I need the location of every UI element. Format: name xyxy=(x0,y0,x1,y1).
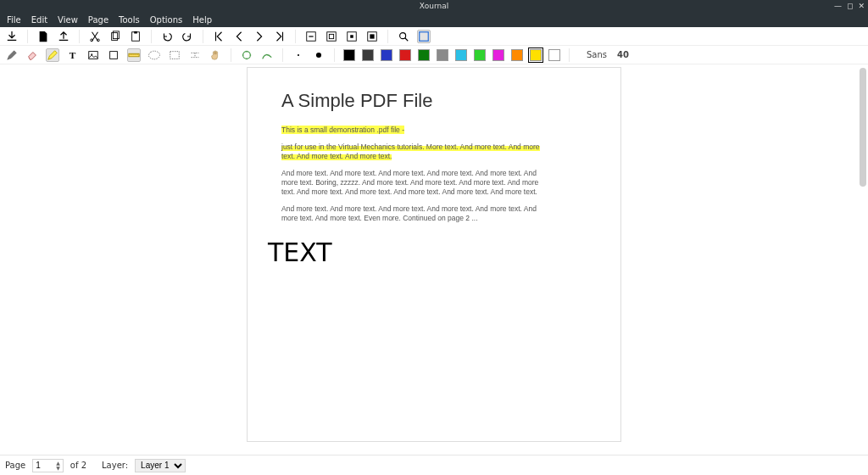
shape-recognizer-icon[interactable] xyxy=(107,48,120,62)
layer-select[interactable]: Layer 1 xyxy=(135,459,186,472)
color-lightblue[interactable] xyxy=(455,49,467,61)
svg-point-22 xyxy=(298,53,299,55)
eraser-tool-icon[interactable] xyxy=(25,48,39,62)
menu-help[interactable]: Help xyxy=(192,15,212,25)
color-blue[interactable] xyxy=(381,49,392,61)
color-darkgreen[interactable] xyxy=(418,49,430,61)
status-bar: Page ▲▼ of 2 Layer: Layer 1 xyxy=(0,455,868,475)
paste-icon[interactable] xyxy=(129,30,142,43)
menu-bar: File Edit View Page Tools Options Help xyxy=(0,12,868,27)
document-paragraph-4: And more text. And more text. And more t… xyxy=(281,204,544,223)
canvas-area[interactable]: A Simple PDF File This is a small demons… xyxy=(0,64,868,455)
pen-tool-icon[interactable] xyxy=(5,48,19,62)
cut-icon[interactable] xyxy=(88,30,102,43)
thickness-med-icon[interactable] xyxy=(312,48,326,62)
fit-page-icon[interactable] xyxy=(325,30,338,43)
text-tool-icon[interactable]: T xyxy=(66,48,80,62)
page-total-label: of 2 xyxy=(70,461,86,470)
toolbar-tools: T Sans 40 xyxy=(0,46,868,64)
thickness-dot-icon[interactable] xyxy=(292,48,305,62)
copy-icon[interactable] xyxy=(108,30,122,43)
first-page-icon[interactable] xyxy=(212,30,225,43)
svg-point-23 xyxy=(316,52,321,57)
svg-rect-7 xyxy=(327,31,337,41)
open-file-icon[interactable] xyxy=(57,30,70,43)
font-size-label[interactable]: 40 xyxy=(617,50,629,59)
last-page-icon[interactable] xyxy=(273,30,287,43)
zoom-in-icon[interactable] xyxy=(365,30,379,43)
document-title: A Simple PDF File xyxy=(281,90,587,112)
text-annotation[interactable]: TEXT xyxy=(268,238,332,267)
page-label: Page xyxy=(5,461,25,470)
color-green[interactable] xyxy=(474,49,486,61)
menu-file[interactable]: File xyxy=(7,15,21,25)
menu-view[interactable]: View xyxy=(58,15,78,25)
color-orange[interactable] xyxy=(511,49,523,61)
layer-label: Layer: xyxy=(102,461,128,470)
close-button[interactable]: ✕ xyxy=(858,2,865,10)
page-number-spinner[interactable]: ▲▼ xyxy=(32,459,64,472)
document-page[interactable]: A Simple PDF File This is a small demons… xyxy=(248,68,620,441)
color-white[interactable] xyxy=(548,49,560,61)
fit-width-icon[interactable] xyxy=(345,30,359,43)
svg-rect-16 xyxy=(89,51,98,59)
svg-rect-10 xyxy=(350,35,353,38)
document-paragraph-1: This is a small demonstration .pdf file … xyxy=(281,126,544,135)
next-page-icon[interactable] xyxy=(253,30,266,43)
menu-options[interactable]: Options xyxy=(150,15,183,25)
find-icon[interactable] xyxy=(397,30,410,43)
color-darkgray[interactable] xyxy=(362,49,374,61)
window-controls: — ◻ ✕ xyxy=(834,2,865,10)
prev-page-icon[interactable] xyxy=(232,30,246,43)
menu-edit[interactable]: Edit xyxy=(31,15,47,25)
minimize-button[interactable]: — xyxy=(834,2,842,10)
document-paragraph-3: And more text. And more text. And more t… xyxy=(281,169,544,197)
menu-page[interactable]: Page xyxy=(88,15,108,25)
svg-point-13 xyxy=(400,32,406,38)
color-black[interactable] xyxy=(343,49,355,61)
svg-text:T: T xyxy=(70,50,76,60)
svg-rect-5 xyxy=(134,31,137,33)
vertical-space-icon[interactable] xyxy=(188,48,202,62)
color-red[interactable] xyxy=(399,49,411,61)
vertical-scrollbar[interactable] xyxy=(860,68,866,187)
font-name-label[interactable]: Sans xyxy=(587,50,607,59)
save-icon[interactable] xyxy=(5,30,19,43)
title-bar: Xournal — ◻ ✕ xyxy=(0,0,868,12)
svg-point-0 xyxy=(91,38,93,41)
new-file-icon[interactable] xyxy=(36,30,50,43)
color-gray[interactable] xyxy=(437,49,448,61)
highlighter-tool-icon[interactable] xyxy=(46,48,59,62)
select-region-icon[interactable] xyxy=(147,48,161,62)
zoom-out-icon[interactable] xyxy=(304,30,318,43)
undo-icon[interactable] xyxy=(160,30,174,43)
fullscreen-icon[interactable] xyxy=(417,30,431,43)
svg-rect-14 xyxy=(420,31,429,41)
default-tool-icon[interactable] xyxy=(240,48,253,62)
color-magenta[interactable] xyxy=(492,49,504,61)
maximize-button[interactable]: ◻ xyxy=(847,2,853,10)
ruler-icon[interactable] xyxy=(127,48,141,62)
select-rect-icon[interactable] xyxy=(168,48,181,62)
page-spinner-arrows[interactable]: ▲▼ xyxy=(56,461,60,471)
toolbar-main xyxy=(0,27,868,46)
hand-tool-icon[interactable] xyxy=(209,48,222,62)
redo-icon[interactable] xyxy=(181,30,194,43)
document-paragraph-2: just for use in the Virtual Mechanics tu… xyxy=(281,142,544,161)
svg-rect-8 xyxy=(329,34,333,38)
thickness-fine-icon[interactable] xyxy=(260,48,274,62)
page-number-input[interactable] xyxy=(36,461,54,470)
window-title: Xournal xyxy=(420,2,449,10)
svg-point-21 xyxy=(243,51,251,59)
svg-rect-20 xyxy=(170,51,180,59)
svg-rect-18 xyxy=(110,51,118,59)
svg-point-1 xyxy=(97,38,100,41)
image-tool-icon[interactable] xyxy=(86,48,100,62)
svg-rect-12 xyxy=(370,34,374,38)
color-yellow[interactable] xyxy=(530,49,542,61)
menu-tools[interactable]: Tools xyxy=(119,15,140,25)
